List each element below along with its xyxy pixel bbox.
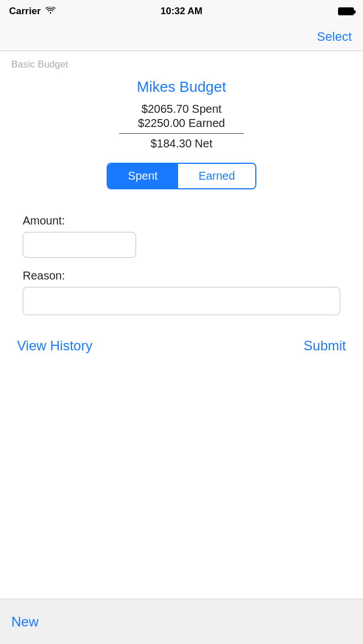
battery-area — [338, 7, 354, 15]
reason-label: Reason: — [23, 269, 340, 282]
spent-segment[interactable]: Spent — [108, 164, 178, 188]
budget-spent: $2065.70 Spent — [11, 103, 352, 116]
main-content: Basic Budget Mikes Budget $2065.70 Spent… — [0, 51, 363, 599]
budget-card: Mikes Budget $2065.70 Spent $2250.00 Ear… — [0, 73, 363, 214]
status-left: Carrier — [9, 6, 56, 17]
select-button[interactable]: Select — [317, 29, 352, 44]
budget-name: Mikes Budget — [11, 78, 352, 96]
submit-button[interactable]: Submit — [303, 338, 346, 354]
carrier-label: Carrier — [9, 6, 41, 17]
budget-section-label: Basic Budget — [0, 51, 363, 73]
reason-input[interactable] — [23, 287, 340, 315]
nav-bar: Select — [0, 23, 363, 51]
amount-input[interactable] — [23, 232, 136, 258]
earned-segment[interactable]: Earned — [178, 164, 256, 188]
amount-label: Amount: — [23, 214, 340, 227]
budget-earned: $2250.00 Earned — [119, 117, 244, 134]
status-bar: Carrier 10:32 AM — [0, 0, 363, 23]
view-history-button[interactable]: View History — [17, 338, 92, 354]
form-section: Amount: Reason: — [0, 214, 363, 315]
earned-line-wrapper: $2250.00 Earned — [11, 117, 352, 134]
action-row: View History Submit — [0, 327, 363, 365]
status-time: 10:32 AM — [161, 6, 202, 17]
battery-icon — [338, 7, 354, 15]
wifi-icon — [45, 6, 56, 17]
bottom-toolbar: New — [0, 599, 363, 644]
budget-net: $184.30 Net — [11, 137, 352, 150]
segmented-control: Spent Earned — [107, 163, 257, 189]
new-button[interactable]: New — [11, 614, 39, 630]
